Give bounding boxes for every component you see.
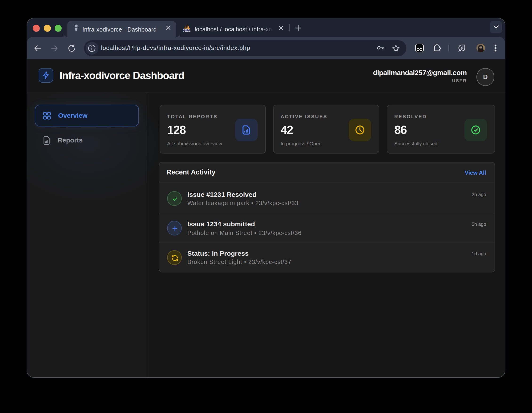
- svg-text:PMA: PMA: [183, 29, 190, 32]
